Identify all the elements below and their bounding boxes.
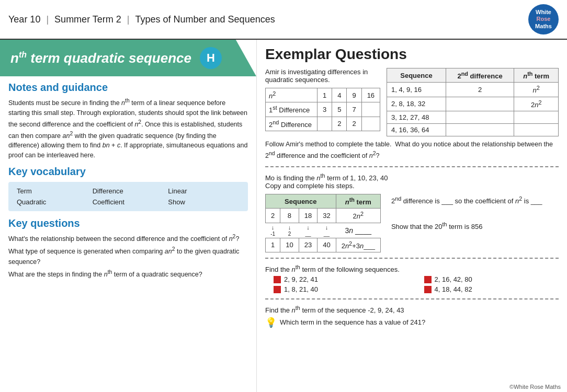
find-list: 2, 9, 22, 41 2, 16, 42, 80 1, 8, 21, 40 …	[274, 275, 559, 293]
section-title: nth term quadratic sequence	[10, 50, 191, 66]
questions-title: Key questions	[8, 217, 248, 229]
sequence-text: 2, 16, 42, 80	[435, 275, 472, 283]
nth-term-section: Sequence 2nd difference nth term 1, 4, 9…	[387, 68, 559, 136]
cell: 2	[347, 117, 361, 131]
table-row: 1 10 23 40 2n2+3n___	[266, 238, 381, 252]
find-title: Find the nth term of the following seque…	[265, 264, 559, 273]
last-section: Find the nth term of the sequence -2, 9,…	[265, 305, 559, 328]
follow-text: Follow Amir's method to complete the tab…	[265, 140, 559, 161]
cell: 9	[347, 88, 361, 102]
cell: 32	[317, 209, 336, 223]
arrow-cell: ↓2	[280, 223, 299, 238]
nth-cell	[514, 111, 559, 123]
col-nth: nth term	[336, 194, 380, 208]
find-item: 4, 18, 44, 82	[424, 285, 559, 293]
cell: 23	[299, 238, 317, 252]
nth-cell: 2n2	[514, 97, 559, 111]
table-row: 1, 4, 9, 16 2 n2	[387, 83, 559, 97]
cell: 2	[266, 209, 280, 223]
year-label: Year 10	[8, 14, 40, 25]
logo-line2: Rose	[537, 16, 551, 22]
vocab-difference: Difference	[93, 187, 164, 195]
cell: 5	[332, 102, 347, 117]
table-row: 4, 16, 36, 64	[387, 123, 559, 136]
table-row: 2, 8, 18, 32 2n2	[387, 97, 559, 111]
sequence-text: 2, 9, 22, 41	[284, 275, 318, 283]
arrow-cell: ↓__	[299, 223, 317, 238]
logo-line1: White	[536, 9, 551, 16]
table-header-row: Sequence nth term	[266, 194, 381, 208]
footer-copyright: ©White Rose Maths	[509, 384, 561, 390]
arrow-cell: ↓-1	[266, 223, 280, 238]
nth-cell: 3n ____	[336, 223, 380, 238]
vocab-coefficient: Coefficient	[93, 198, 164, 206]
table-header-row: Sequence 2nd difference nth term	[387, 68, 559, 83]
last-title: Find the nth term of the sequence -2, 9,…	[265, 305, 559, 314]
difficulty-badge: H	[200, 47, 222, 69]
cell	[361, 117, 380, 131]
cell: 18	[299, 209, 317, 223]
arrow-cell: ↓__	[317, 223, 336, 238]
vocab-grid: Term Difference Linear Quadratic Coeffic…	[8, 182, 248, 211]
cell	[361, 102, 380, 117]
logo-line3: Maths	[535, 23, 552, 30]
section-divider-2	[265, 258, 559, 259]
red-square-icon	[424, 286, 432, 293]
cell: 7	[347, 102, 361, 117]
row-label: 2nd Difference	[266, 117, 317, 131]
diff-cell	[446, 123, 514, 136]
vocab-title: Key vocabulary	[8, 166, 248, 178]
lightbulb-icon: 💡	[265, 317, 277, 328]
vocab-show: Show	[168, 198, 240, 206]
exemplar-title: Exemplar Questions	[265, 46, 559, 63]
section-header: nth term quadratic sequence H	[0, 40, 256, 76]
amir-desc: Amir is investigating differences inquad…	[265, 68, 380, 84]
cell: 40	[317, 238, 336, 252]
table-row-arrows: ↓-1 ↓2 ↓__ ↓__ 3n ____	[266, 223, 381, 238]
separator-2: |	[127, 14, 132, 25]
row-label: n2	[266, 88, 317, 102]
right-panel: Exemplar Questions Amir is investigating…	[256, 40, 567, 392]
mo-section: Sequence nth term 2 8 18 32 2n2 ↓-1 ↓2 ↓…	[265, 194, 559, 252]
sequence-cell: 1, 4, 9, 16	[387, 83, 446, 97]
section-divider	[265, 166, 559, 167]
left-panel: nth term quadratic sequence H Notes and …	[0, 40, 256, 392]
row-label: 1st Difference	[266, 102, 317, 117]
red-square-icon	[274, 276, 281, 283]
sequence-text: 1, 8, 21, 40	[284, 285, 318, 293]
sequence-cell: 4, 16, 36, 64	[387, 123, 446, 136]
table-row: 2nd Difference 2 2	[266, 117, 380, 131]
nth-cell: 2n2	[336, 209, 380, 223]
cell: 8	[280, 209, 299, 223]
cell: 4	[332, 88, 347, 102]
diff-cell: 2	[446, 83, 514, 97]
sequence-cell: 2, 8, 18, 32	[387, 97, 446, 111]
page-header: Year 10 | Summer Term 2 | Types of Numbe…	[0, 0, 567, 40]
diff-cell	[446, 97, 514, 111]
find-section: Find the nth term of the following seque…	[265, 264, 559, 293]
mo-notes: 2nd difference is ___ so the coefficient…	[391, 194, 542, 233]
wrm-logo: White Rose Maths	[528, 4, 559, 34]
left-content: Notes and guidance Students must be secu…	[0, 82, 256, 286]
last-question: Which term in the sequence has a value o…	[280, 318, 425, 326]
col-header-sequence: Sequence	[387, 68, 446, 83]
mo-steps-table: Sequence nth term 2 8 18 32 2n2 ↓-1 ↓2 ↓…	[265, 194, 381, 252]
col-sequence: Sequence	[266, 194, 336, 208]
notes-text: Students must be secure in finding the n…	[8, 97, 248, 160]
table-row: n2 1 4 9 16	[266, 88, 380, 102]
cell	[317, 117, 332, 131]
main-content: nth term quadratic sequence H Notes and …	[0, 40, 567, 392]
header-title: Year 10 | Summer Term 2 | Types of Numbe…	[8, 14, 275, 25]
sequence-cell: 3, 12, 27, 48	[387, 111, 446, 123]
cell: 10	[280, 238, 299, 252]
mo-desc: Mo is finding the nth term of 1, 10, 23,…	[265, 172, 559, 190]
amir-section: Amir is investigating differences inquad…	[265, 68, 380, 135]
cell: 16	[361, 88, 380, 102]
nth-term-table: Sequence 2nd difference nth term 1, 4, 9…	[387, 68, 559, 136]
table-row: 1st Difference 3 5 7	[266, 102, 380, 117]
find-item: 2, 9, 22, 41	[274, 275, 409, 283]
cell: 1	[317, 88, 332, 102]
lightbulb-row: 💡 Which term in the sequence has a value…	[265, 317, 559, 328]
nth-cell: 2n2+3n___	[336, 238, 380, 252]
nth-cell: n2	[514, 83, 559, 97]
